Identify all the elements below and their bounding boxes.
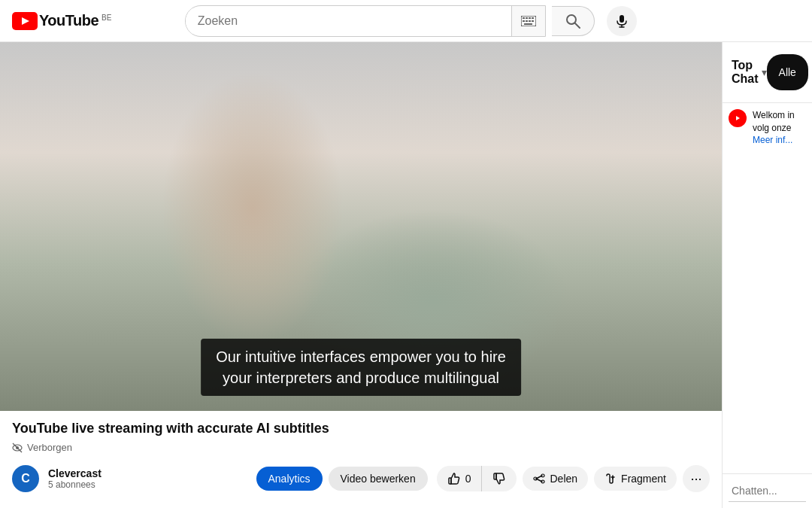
channel-avatar[interactable]: C: [12, 465, 39, 492]
svg-point-23: [541, 474, 544, 477]
action-buttons: 0: [437, 465, 710, 492]
chat-msg-link[interactable]: Meer inf...: [753, 135, 806, 145]
clip-button[interactable]: Fragment: [594, 467, 677, 491]
chat-message: Welkom in volg onze Meer inf...: [729, 109, 806, 145]
chat-title: Top Chat: [732, 59, 759, 86]
channel-buttons: Analytics Video bewerken: [256, 467, 428, 491]
header: YouTube BE: [0, 0, 812, 42]
hidden-icon: [12, 443, 23, 453]
share-button[interactable]: Delen: [523, 467, 588, 491]
svg-rect-21: [494, 473, 496, 479]
chat-input-area: [723, 473, 812, 508]
keyboard-icon-button[interactable]: [511, 6, 545, 36]
share-icon: [533, 473, 545, 485]
clip-label: Fragment: [621, 473, 666, 485]
svg-rect-8: [526, 20, 528, 22]
analytics-button[interactable]: Analytics: [256, 467, 323, 491]
video-info: YouTube live streaming with accurate AI …: [0, 411, 722, 459]
more-dots: ···: [690, 471, 701, 487]
keyboard-icon: [521, 16, 536, 26]
chat-msg-avatar: [729, 109, 747, 127]
logo-area: YouTube BE: [12, 12, 111, 30]
share-label: Delen: [550, 473, 577, 485]
search-button[interactable]: [552, 6, 595, 36]
chat-header: Top Chat ▾ Alle Voor jou: [723, 42, 812, 103]
svg-rect-10: [532, 20, 534, 22]
youtube-small-icon: [732, 113, 743, 123]
dislike-button[interactable]: [482, 466, 517, 491]
mic-button[interactable]: [607, 6, 637, 36]
svg-point-24: [541, 480, 544, 483]
channel-row: C Clevercast 5 abonnees Analytics Video …: [0, 459, 722, 498]
svg-rect-4: [526, 17, 528, 19]
svg-point-22: [534, 477, 537, 480]
svg-rect-3: [523, 17, 525, 19]
chat-input[interactable]: [729, 480, 806, 502]
chat-msg-content: Welkom in volg onze Meer inf...: [753, 109, 806, 145]
svg-rect-9: [529, 20, 531, 22]
filter-tab-all[interactable]: Alle: [767, 54, 808, 90]
main-layout: Our intuitive interfaces empower you to …: [0, 42, 812, 508]
channel-subscribers: 5 abonnees: [48, 479, 247, 490]
subtitle-line1: Our intuitive interfaces empower you to …: [216, 346, 506, 367]
more-options-button[interactable]: ···: [683, 465, 710, 492]
youtube-icon: [12, 12, 38, 30]
mic-icon: [615, 14, 629, 28]
chat-msg-text: Welkom in volg onze: [753, 109, 806, 135]
clip-icon: [604, 473, 617, 485]
search-bar: [185, 5, 546, 37]
svg-rect-7: [523, 20, 525, 22]
like-count: 0: [465, 473, 471, 485]
chat-chevron-icon[interactable]: ▾: [762, 66, 767, 78]
svg-rect-14: [620, 15, 624, 23]
channel-name: Clevercast: [48, 467, 247, 479]
svg-rect-20: [449, 478, 451, 484]
svg-rect-11: [524, 23, 532, 25]
edit-video-button[interactable]: Video bewerken: [329, 467, 428, 491]
thumbs-up-icon: [447, 472, 461, 485]
subtitle-line2: your interpreters and produce multilingu…: [216, 367, 506, 388]
svg-rect-5: [529, 17, 531, 19]
subtitle-bar: Our intuitive interfaces empower you to …: [201, 339, 521, 396]
video-title: YouTube live streaming with accurate AI …: [12, 420, 710, 437]
search-area: [111, 5, 710, 37]
video-privacy: Verborgen: [12, 442, 710, 453]
channel-info: Clevercast 5 abonnees: [48, 467, 247, 490]
video-section: Our intuitive interfaces empower you to …: [0, 42, 722, 508]
like-button[interactable]: 0: [437, 466, 483, 491]
thumbs-down-icon: [492, 472, 506, 485]
svg-rect-6: [532, 17, 534, 19]
like-dislike-group: 0: [437, 466, 517, 491]
youtube-text: YouTube: [39, 12, 98, 29]
svg-line-13: [575, 23, 580, 28]
svg-point-12: [567, 15, 576, 24]
search-input[interactable]: [186, 8, 511, 34]
chat-sidebar: Top Chat ▾ Alle Voor jou Welkom i: [722, 42, 812, 508]
youtube-logo[interactable]: YouTube BE: [12, 12, 111, 30]
chat-messages: Welkom in volg onze Meer inf...: [723, 103, 812, 473]
search-icon: [565, 14, 580, 29]
privacy-label: Verborgen: [27, 442, 72, 453]
youtube-badge: BE: [102, 14, 111, 22]
video-player[interactable]: Our intuitive interfaces empower you to …: [0, 42, 722, 411]
